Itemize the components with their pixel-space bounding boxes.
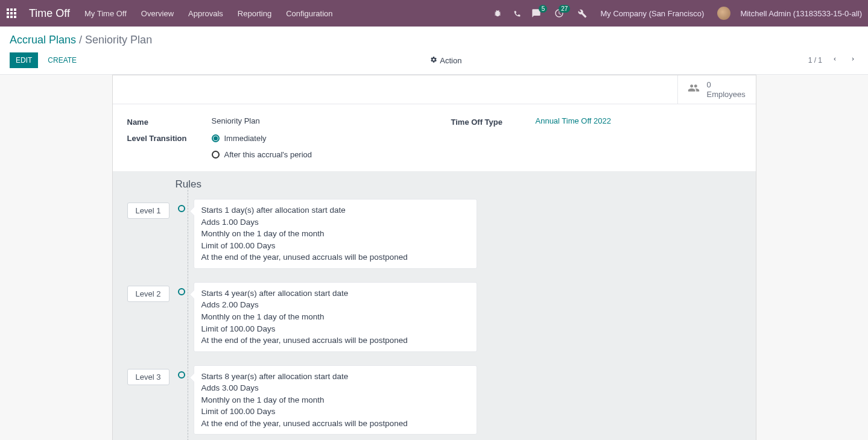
radio-unchecked-icon <box>212 151 220 159</box>
rule-card[interactable]: Starts 8 year(s) after allocation start … <box>194 365 477 435</box>
rule-card[interactable]: Starts 4 year(s) after allocation start … <box>194 282 477 352</box>
stat-count: 0 <box>707 80 746 90</box>
stat-employees[interactable]: 0 Employees <box>677 75 756 104</box>
form-fields: Name Seniority Plan Level Transition Imm… <box>113 104 756 171</box>
form-sheet: 0 Employees Name Seniority Plan Level Tr… <box>112 75 756 440</box>
rule-line: Limit of 100.00 Days <box>201 323 469 335</box>
create-button[interactable]: CREATE <box>40 52 84 68</box>
menu-approvals[interactable]: Approvals <box>188 9 223 18</box>
action-label: Action <box>440 56 461 65</box>
button-box: 0 Employees <box>113 75 756 104</box>
rule-line: At the end of the year, unused accruals … <box>201 418 469 430</box>
level-tag[interactable]: Level 1 <box>127 203 169 219</box>
breadcrumb-sep: / <box>76 34 85 46</box>
transition-opt1-label: Immediately <box>224 134 267 143</box>
top-navbar: Time Off My Time Off Overview Approvals … <box>0 0 868 27</box>
pager-prev[interactable] <box>829 54 840 67</box>
svg-rect-3 <box>7 12 9 14</box>
type-label: Time Off Type <box>451 116 536 127</box>
svg-rect-7 <box>10 16 13 18</box>
rule-line: At the end of the year, unused accruals … <box>201 251 469 263</box>
control-panel: Accrual Plans / Seniority Plan EDIT CREA… <box>0 27 868 74</box>
timeline-node-icon <box>178 371 185 379</box>
rules-title: Rules <box>176 178 741 190</box>
menu-configuration[interactable]: Configuration <box>286 9 332 18</box>
svg-rect-4 <box>10 12 13 14</box>
main-menu: My Time Off Overview Approvals Reporting… <box>84 9 333 18</box>
timeline-node-icon <box>178 205 185 212</box>
activities-icon[interactable]: 27 <box>554 8 564 18</box>
pager-value: 1 / 1 <box>808 56 822 64</box>
user-menu[interactable]: Mitchell Admin (13183533-15-0-all) <box>740 9 862 18</box>
rules-timeline: Level 1 Starts 1 day(s) after allocation… <box>127 199 741 435</box>
svg-rect-2 <box>14 8 16 11</box>
transition-label: Level Transition <box>127 133 212 143</box>
gear-icon <box>430 56 437 64</box>
tools-icon[interactable] <box>577 8 587 18</box>
company-selector[interactable]: My Company (San Francisco) <box>600 9 704 18</box>
stat-label: Employees <box>707 90 746 99</box>
breadcrumb-current: Seniority Plan <box>85 34 152 46</box>
action-dropdown[interactable]: Action <box>430 56 461 65</box>
svg-rect-1 <box>10 8 13 11</box>
users-icon <box>686 82 701 97</box>
rule-line: Monthly on the 1 day of the month <box>201 394 469 406</box>
menu-reporting[interactable]: Reporting <box>238 9 271 18</box>
rule-line: Starts 8 year(s) after allocation start … <box>201 371 469 383</box>
pager: 1 / 1 <box>808 54 858 67</box>
rules-section: Rules Level 1 Starts 1 day(s) after allo… <box>113 171 756 440</box>
svg-rect-6 <box>7 16 9 18</box>
name-value: Seniority Plan <box>212 116 417 125</box>
transition-opt-after-period[interactable]: After this accrual's period <box>212 149 417 160</box>
rule-card[interactable]: Starts 1 day(s) after allocation start d… <box>194 199 477 269</box>
activities-badge: 27 <box>559 5 570 13</box>
debug-icon[interactable] <box>493 8 502 18</box>
rule-line: Monthly on the 1 day of the month <box>201 311 469 323</box>
right-column: Time Off Type Annual Time Off 2022 <box>451 116 741 160</box>
rule-line: Monthly on the 1 day of the month <box>201 228 469 240</box>
avatar[interactable] <box>717 7 730 20</box>
left-column: Name Seniority Plan Level Transition Imm… <box>127 116 417 160</box>
level-row: Level 3 Starts 8 year(s) after allocatio… <box>127 365 741 435</box>
pager-next[interactable] <box>847 54 858 67</box>
menu-overview[interactable]: Overview <box>141 9 174 18</box>
rule-line: Limit of 100.00 Days <box>201 240 469 252</box>
transition-opt-immediately[interactable]: Immediately <box>212 133 417 144</box>
rule-line: Starts 4 year(s) after allocation start … <box>201 288 469 300</box>
name-label: Name <box>127 116 212 127</box>
app-brand[interactable]: Time Off <box>29 7 70 20</box>
level-row: Level 1 Starts 1 day(s) after allocation… <box>127 199 741 269</box>
menu-my-time-off[interactable]: My Time Off <box>84 9 127 18</box>
rule-line: Adds 3.00 Days <box>201 382 469 394</box>
breadcrumb-parent[interactable]: Accrual Plans <box>10 34 76 46</box>
form-view-scroll[interactable]: 0 Employees Name Seniority Plan Level Tr… <box>0 75 868 440</box>
level-tag[interactable]: Level 2 <box>127 286 169 302</box>
transition-options: Immediately After this accrual's period <box>212 133 417 160</box>
transition-opt2-label: After this accrual's period <box>224 150 312 159</box>
rule-line: Adds 1.00 Days <box>201 216 469 228</box>
rule-line: Starts 1 day(s) after allocation start d… <box>201 204 469 216</box>
apps-icon[interactable] <box>6 8 17 19</box>
systray: 5 27 My Company (San Francisco) Mitchell… <box>493 7 862 20</box>
radio-checked-icon <box>212 134 220 142</box>
breadcrumb: Accrual Plans / Seniority Plan <box>10 34 858 46</box>
rule-line: At the end of the year, unused accruals … <box>201 335 469 347</box>
messages-badge: 5 <box>539 5 547 13</box>
level-row: Level 2 Starts 4 year(s) after allocatio… <box>127 282 741 352</box>
edit-button[interactable]: EDIT <box>10 52 38 68</box>
phone-icon[interactable] <box>512 8 522 18</box>
messages-icon[interactable]: 5 <box>531 8 541 18</box>
level-tag[interactable]: Level 3 <box>127 369 169 385</box>
svg-rect-5 <box>14 12 16 14</box>
rule-line: Adds 2.00 Days <box>201 299 469 311</box>
type-value[interactable]: Annual Time Off 2022 <box>536 116 741 125</box>
timeline-node-icon <box>178 288 185 295</box>
rule-line: Limit of 100.00 Days <box>201 406 469 418</box>
svg-rect-8 <box>14 16 16 18</box>
svg-rect-0 <box>7 8 9 11</box>
